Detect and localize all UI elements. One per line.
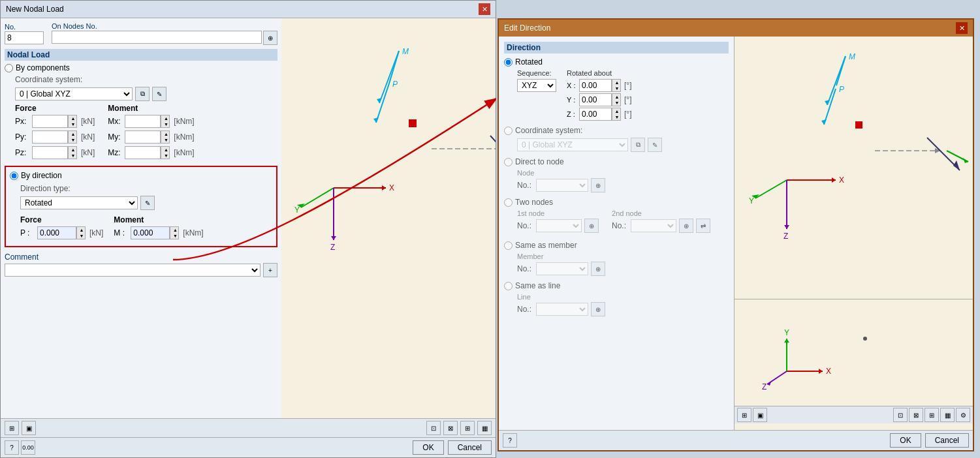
- x-down[interactable]: ▼: [612, 85, 622, 91]
- edit-coord-select[interactable]: 0 | Global XYZ: [517, 138, 628, 151]
- second-node-pick-btn[interactable]: ⊕: [679, 219, 693, 233]
- first-node-label: 1st node: [517, 209, 599, 217]
- line-pick-btn[interactable]: ⊕: [591, 302, 605, 316]
- comment-btn[interactable]: +: [263, 263, 277, 277]
- coord-edit-btn[interactable]: ✎: [152, 87, 166, 101]
- moment-label: Moment: [108, 104, 194, 113]
- same-line-radio[interactable]: [504, 282, 513, 290]
- direction-edit-btn[interactable]: ✎: [140, 196, 155, 210]
- second-node-select[interactable]: [631, 219, 676, 232]
- mz-up[interactable]: ▲: [161, 147, 170, 153]
- z-up[interactable]: ▲: [612, 108, 622, 114]
- px-up[interactable]: ▲: [69, 115, 78, 121]
- y-down[interactable]: ▼: [612, 100, 622, 106]
- x-up[interactable]: ▲: [612, 80, 622, 85]
- bot-vp3[interactable]: ⊞: [925, 408, 939, 422]
- bot-vp4[interactable]: ▦: [940, 408, 955, 422]
- line-no-select[interactable]: [536, 303, 588, 316]
- fp-down[interactable]: ▼: [77, 233, 86, 239]
- member-no-select[interactable]: [536, 262, 588, 275]
- edit-close-btn[interactable]: ✕: [956, 22, 968, 34]
- rotated-radio[interactable]: [504, 58, 513, 67]
- mx-up[interactable]: ▲: [161, 115, 170, 121]
- ok-btn[interactable]: OK: [413, 440, 443, 455]
- svg-marker-7: [331, 236, 336, 240]
- py-up[interactable]: ▲: [69, 131, 78, 137]
- edit-coord-copy-btn[interactable]: ⧉: [631, 138, 645, 152]
- nodal-load-section-header: Nodal Load: [5, 49, 277, 61]
- force-p-input[interactable]: [37, 226, 76, 239]
- coord-system-radio[interactable]: [504, 127, 513, 135]
- svg-marker-45: [963, 158, 968, 163]
- on-nodes-pick-btn[interactable]: ⊕: [263, 31, 277, 45]
- pz-down[interactable]: ▼: [69, 153, 78, 159]
- first-node-pick-btn[interactable]: ⊕: [584, 219, 599, 233]
- z-down[interactable]: ▼: [612, 114, 622, 120]
- x-axis-label: X :: [567, 82, 577, 89]
- direction-type-select[interactable]: Rotated: [20, 196, 138, 209]
- viewport-iso-btn[interactable]: ⊞: [5, 421, 19, 435]
- mz-unit: [kNm]: [174, 148, 194, 157]
- value-btn[interactable]: 0.00: [21, 440, 35, 455]
- fp-up[interactable]: ▲: [77, 227, 86, 233]
- edit-ok-btn[interactable]: OK: [890, 433, 921, 448]
- on-nodes-input[interactable]: [52, 31, 262, 44]
- vp-btn4[interactable]: ▦: [477, 421, 492, 435]
- mx-input[interactable]: [125, 115, 161, 128]
- pz-input[interactable]: [32, 146, 68, 159]
- svg-text:Y: Y: [784, 328, 789, 337]
- help-btn[interactable]: ?: [5, 440, 19, 455]
- py-input[interactable]: [32, 130, 68, 144]
- sequence-select[interactable]: XYZ: [517, 79, 556, 92]
- bot-vp2[interactable]: ⊠: [909, 408, 923, 422]
- no-input[interactable]: 8: [5, 31, 44, 44]
- mm-up[interactable]: ▲: [170, 227, 180, 233]
- two-nodes-radio[interactable]: [504, 198, 513, 207]
- member-pick-btn[interactable]: ⊕: [591, 262, 605, 276]
- z-value-input[interactable]: [579, 108, 612, 121]
- y-up[interactable]: ▲: [612, 94, 622, 100]
- nodal-close-btn[interactable]: ✕: [479, 3, 490, 15]
- vp-btn1[interactable]: ⊡: [426, 421, 441, 435]
- bot-vp5[interactable]: ⚙: [956, 408, 970, 422]
- by-direction-radio[interactable]: [10, 172, 18, 180]
- px-input[interactable]: [32, 115, 68, 128]
- vp-btn2[interactable]: ⊠: [443, 421, 458, 435]
- cancel-btn[interactable]: Cancel: [448, 440, 492, 455]
- y-value-input[interactable]: [579, 93, 612, 106]
- swap-nodes-btn[interactable]: ⇄: [696, 219, 710, 233]
- my-down[interactable]: ▼: [161, 137, 170, 143]
- viewport-flat-btn[interactable]: ▣: [22, 421, 36, 435]
- bot-iso-btn[interactable]: ⊞: [737, 408, 751, 422]
- edit-left-panel: Direction Rotated Sequence: XYZ Rotated: [499, 37, 734, 430]
- edit-cancel-btn[interactable]: Cancel: [925, 433, 969, 448]
- pz-up[interactable]: ▲: [69, 147, 78, 153]
- direction-type-label: Direction type:: [20, 184, 71, 193]
- my-input[interactable]: [125, 130, 161, 144]
- node-no-select[interactable]: [536, 179, 588, 192]
- bot-vp1[interactable]: ⊡: [893, 408, 908, 422]
- mm-down[interactable]: ▼: [170, 233, 180, 239]
- by-components-radio[interactable]: [5, 64, 13, 72]
- py-down[interactable]: ▼: [69, 137, 78, 143]
- moment-m-input[interactable]: [131, 226, 170, 239]
- my-up[interactable]: ▲: [161, 131, 170, 137]
- px-down[interactable]: ▼: [69, 121, 78, 127]
- same-member-radio[interactable]: [504, 241, 513, 250]
- mx-down[interactable]: ▼: [161, 121, 170, 127]
- coord-copy-btn[interactable]: ⧉: [135, 87, 150, 101]
- node-pick-btn[interactable]: ⊕: [591, 178, 605, 192]
- vp-btn3[interactable]: ⊞: [460, 421, 475, 435]
- mz-input[interactable]: [125, 146, 161, 159]
- comment-select[interactable]: [5, 264, 261, 277]
- mz-down[interactable]: ▼: [161, 153, 170, 159]
- svg-text:Z: Z: [762, 382, 767, 391]
- coordinate-system-select[interactable]: 0 | Global XYZ: [15, 87, 133, 100]
- first-node-select[interactable]: [536, 219, 582, 232]
- x-value-input[interactable]: [579, 79, 612, 92]
- direct-node-radio[interactable]: [504, 158, 513, 166]
- edit-help-btn[interactable]: ?: [503, 433, 517, 448]
- edit-coord-edit-btn[interactable]: ✎: [648, 138, 662, 152]
- bot-flat-btn[interactable]: ▣: [753, 408, 767, 422]
- edit-direction-title: Edit Direction: [504, 23, 550, 33]
